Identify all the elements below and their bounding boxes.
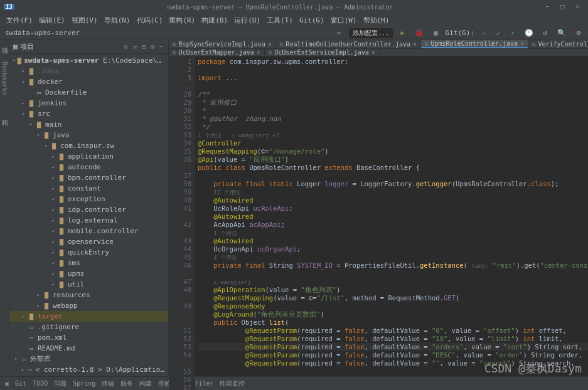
git-revert-icon[interactable]: ↺ <box>541 28 550 38</box>
tool-window-button[interactable]: 构建 <box>139 379 152 388</box>
search-icon[interactable]: 🔍 <box>555 28 569 38</box>
breadcrumb[interactable]: swdata-upms-server <box>5 29 80 37</box>
git-commit-icon[interactable]: ↙ <box>494 28 503 38</box>
run-icon[interactable]: ▶ <box>398 28 407 38</box>
project-tree[interactable]: ▾▇swdata-upms-server E:\CodeSpace\山东集成事业… <box>9 54 168 376</box>
menu-item[interactable]: 文件(F) <box>4 14 35 26</box>
debug-icon[interactable]: 🐞 <box>412 28 426 38</box>
collapse-icon[interactable]: ⊟ <box>141 43 147 50</box>
menu-item[interactable]: 构建(B) <box>199 14 230 26</box>
tree-row[interactable]: ▸▇mobile.controller <box>9 226 168 236</box>
editor-tab[interactable]: ©UcUserExtMapper.java× <box>169 49 265 56</box>
menu-item[interactable]: 编辑(E) <box>36 14 68 26</box>
tree-arrow-icon[interactable]: ▸ <box>50 250 57 255</box>
close-tab-icon[interactable]: × <box>372 49 375 56</box>
tool-window-button[interactable]: 终端 <box>102 379 114 388</box>
tree-arrow-icon[interactable]: ▸ <box>50 207 57 213</box>
tree-arrow-icon[interactable]: ▾ <box>27 122 35 127</box>
back-button[interactable]: ← <box>335 28 345 38</box>
tree-arrow-icon[interactable]: ▾ <box>42 143 50 149</box>
menu-item[interactable]: 帮助(H) <box>361 14 392 26</box>
tool-window-button[interactable]: 问题 <box>54 379 67 388</box>
tree-arrow-icon[interactable]: ▸ <box>50 175 57 181</box>
menu-item[interactable]: Git(G) <box>297 15 327 26</box>
tree-row[interactable]: ▾▇swdata-upms-server E:\CodeSpace\山东集成事业… <box>9 55 168 66</box>
tool-window-button[interactable]: Git <box>15 380 26 387</box>
tree-row[interactable]: ▸▇target <box>9 311 168 322</box>
tree-arrow-icon[interactable]: ▸ <box>50 164 57 170</box>
tree-row[interactable]: ▸▇autocode <box>9 162 168 172</box>
git-history-icon[interactable]: 🕐 <box>522 28 536 38</box>
tree-arrow-icon[interactable]: ▾ <box>19 111 27 117</box>
hide-icon[interactable]: − <box>158 43 164 50</box>
tree-row[interactable]: ▸▭Maven: aopalliance:aopalliance:1.0 <box>9 375 168 376</box>
editor-tab[interactable]: ©VerifyController.java× <box>528 40 588 48</box>
editor-tab[interactable]: ©BspSyncServiceImpl.java× <box>169 40 276 48</box>
tree-arrow-icon[interactable]: ▸ <box>50 186 57 191</box>
select-opened-icon[interactable]: ⊙ <box>123 43 129 50</box>
close-tab-icon[interactable]: × <box>413 41 417 48</box>
run-config-select[interactable]: 添加配置... <box>349 28 393 38</box>
tree-arrow-icon[interactable]: ▾ <box>12 356 19 362</box>
tree-arrow-icon[interactable]: ▸ <box>50 271 57 277</box>
menu-item[interactable]: 运行(U) <box>232 14 263 26</box>
tree-row[interactable]: ▸▇log.external <box>9 215 168 226</box>
tree-arrow-icon[interactable]: ▸ <box>50 218 57 223</box>
tree-arrow-icon[interactable]: ▸ <box>50 239 57 245</box>
tree-arrow-icon[interactable]: ▸ <box>19 367 26 372</box>
close-tab-icon[interactable]: × <box>268 41 272 48</box>
tree-arrow-icon[interactable]: ▸ <box>50 260 57 266</box>
editor-tab[interactable]: ©UpmsRoleController.java× <box>421 40 528 48</box>
tree-row[interactable]: ▸▇util <box>9 279 168 290</box>
git-push-icon[interactable]: ↗ <box>508 28 517 38</box>
tree-row[interactable]: ▸▇openservice <box>9 236 168 247</box>
stop-icon[interactable]: ■ <box>431 28 441 38</box>
tree-arrow-icon[interactable]: ▸ <box>35 292 42 298</box>
tree-arrow-icon[interactable]: ▸ <box>19 100 27 106</box>
close-tab-icon[interactable]: × <box>257 49 260 56</box>
tree-row[interactable]: ▸▇exception <box>9 194 168 204</box>
tree-arrow-icon[interactable]: ▾ <box>19 79 27 85</box>
tree-arrow-icon[interactable]: ▾ <box>19 68 27 74</box>
expand-icon[interactable]: ⇄ <box>132 43 138 50</box>
settings-icon[interactable]: ⚙ <box>574 28 583 38</box>
tree-arrow-icon[interactable]: ▾ <box>35 132 42 138</box>
close-icon[interactable]: × <box>575 3 584 11</box>
tool-window-button[interactable]: Spring <box>73 380 95 387</box>
tree-arrow-icon[interactable]: ▸ <box>50 196 57 202</box>
settings-icon[interactable]: ⚙ <box>149 43 156 50</box>
tool-window-button[interactable]: TODO <box>33 380 48 387</box>
tree-row[interactable]: ▭Dockerfile <box>9 87 168 98</box>
tree-row[interactable]: ▸▇jenkins <box>9 98 168 108</box>
maximize-icon[interactable]: □ <box>560 3 569 11</box>
tree-row[interactable]: ▸▇webapp <box>9 300 168 311</box>
tree-row[interactable]: ▸▇idp.controller <box>9 204 168 215</box>
tool-window-button[interactable]: 服务 <box>120 379 133 388</box>
close-tab-icon[interactable]: × <box>520 40 524 47</box>
tree-arrow-icon[interactable]: ▸ <box>50 228 57 234</box>
tree-row[interactable]: ▸▭< corretto-1.8 > D:\Applications\JDK <box>9 364 168 375</box>
menu-item[interactable]: 工具(T) <box>264 14 296 26</box>
tree-row[interactable]: ▸▇upms <box>9 268 168 279</box>
tree-row[interactable]: ▸▇application <box>9 151 168 162</box>
tree-row[interactable]: ▭.gitignore <box>9 322 168 332</box>
tree-arrow-icon[interactable]: ▾ <box>12 58 16 63</box>
tree-row[interactable]: ▸▇resources <box>9 290 168 300</box>
tree-row[interactable]: ▾▇main <box>9 119 168 130</box>
code-editor[interactable]: 2 1 9 3 1 ⌄ 123...2829303132333435363738… <box>169 56 588 390</box>
menu-item[interactable]: 导航(N) <box>102 14 133 26</box>
code-content[interactable]: package com.inspur.sw.upms.controller; i… <box>195 56 588 390</box>
menu-item[interactable]: 视图(V) <box>69 14 100 26</box>
tree-row[interactable]: ▸▇quickEntry <box>9 247 168 258</box>
editor-tab[interactable]: ©UcUserExtServiceImpl.java× <box>265 49 380 56</box>
minimize-icon[interactable]: − <box>545 3 554 11</box>
menu-item[interactable]: 代码(C) <box>134 14 166 26</box>
tree-arrow-icon[interactable]: ▸ <box>50 154 57 159</box>
tree-arrow-icon[interactable]: ▸ <box>35 303 42 308</box>
tree-row[interactable]: ▾▇src <box>9 108 168 119</box>
tree-arrow-icon[interactable]: ▸ <box>19 314 27 319</box>
tree-arrow-icon[interactable]: ▸ <box>50 282 57 287</box>
tree-row[interactable]: ▸▇constant <box>9 183 168 194</box>
tree-row[interactable]: ▸▇sms <box>9 258 168 268</box>
tree-row[interactable]: ▾▇docker <box>9 76 168 87</box>
